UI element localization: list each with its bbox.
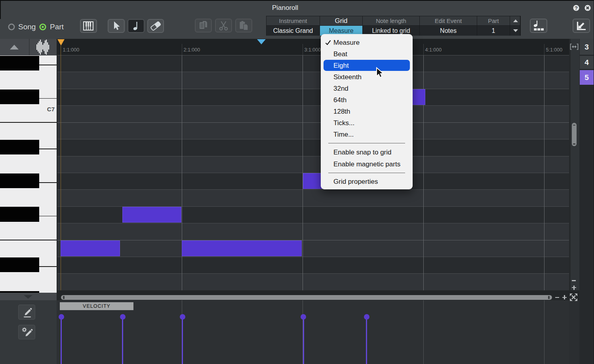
- svg-text:?: ?: [575, 5, 578, 11]
